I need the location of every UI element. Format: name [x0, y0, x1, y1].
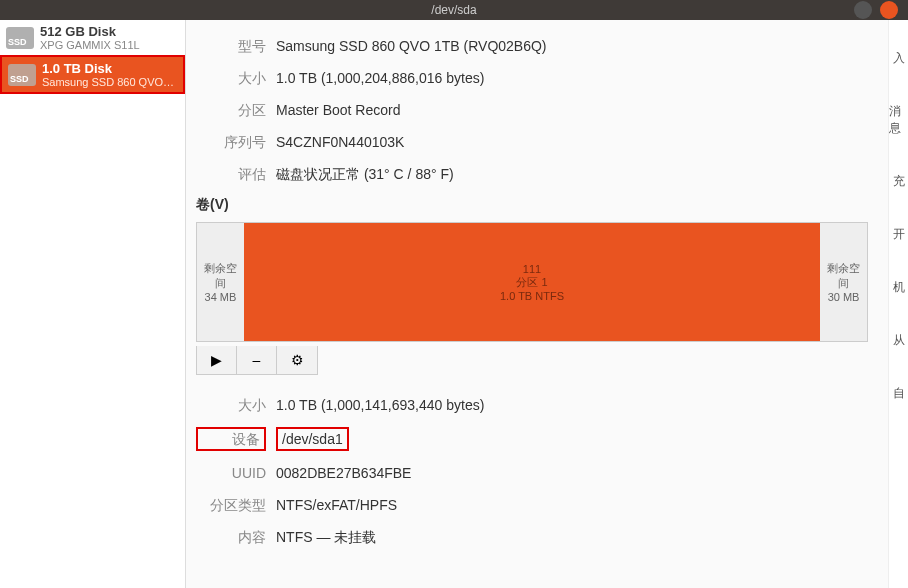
- disk-sidebar: SSD 512 GB Disk XPG GAMMIX S11L SSD 1.0 …: [0, 20, 186, 588]
- disk-subtitle: Samsung SSD 860 QVO 1TB: [42, 76, 177, 88]
- row-vol-content: 内容 NTFS — 未挂载: [196, 527, 868, 547]
- row-serial: 序列号 S4CZNF0N440103K: [196, 132, 868, 152]
- volume-segment-main[interactable]: 111 分区 1 1.0 TB NTFS: [244, 223, 820, 341]
- delete-minus-button[interactable]: –: [237, 346, 277, 374]
- row-size: 大小 1.0 TB (1,000,204,886,016 bytes): [196, 68, 868, 88]
- disk-item-1[interactable]: SSD 1.0 TB Disk Samsung SSD 860 QVO 1TB: [0, 55, 185, 94]
- right-strip: 入 消息 充 开 机 从 自: [888, 20, 908, 588]
- disk-title: 512 GB Disk: [40, 24, 140, 39]
- disk-title: 1.0 TB Disk: [42, 61, 177, 76]
- row-assessment: 评估 磁盘状况正常 (31° C / 88° F): [196, 164, 868, 184]
- row-vol-size: 大小 1.0 TB (1,000,141,693,440 bytes): [196, 395, 868, 415]
- ssd-icon: SSD: [8, 64, 36, 86]
- title-bar: /dev/sda: [0, 0, 908, 20]
- window-title: /dev/sda: [431, 3, 476, 17]
- volumes-heading: 卷(V): [196, 196, 868, 214]
- row-vol-ptype: 分区类型 NTFS/exFAT/HPFS: [196, 495, 868, 515]
- volume-segment-free-left[interactable]: 剩余空间 34 MB: [197, 223, 244, 341]
- row-partitioning: 分区 Master Boot Record: [196, 100, 868, 120]
- row-vol-uuid: UUID 0082DBE27B634FBE: [196, 463, 868, 483]
- options-gear-button[interactable]: ⚙: [277, 346, 317, 374]
- ssd-icon: SSD: [6, 27, 34, 49]
- device-path: /dev/sda1: [276, 427, 349, 451]
- volume-toolbar: ▶ – ⚙: [196, 346, 318, 375]
- close-button[interactable]: [880, 1, 898, 19]
- minimize-button[interactable]: [854, 1, 872, 19]
- volume-map[interactable]: 剩余空间 34 MB 111 分区 1 1.0 TB NTFS 剩余空间 30 …: [196, 222, 868, 342]
- row-model: 型号 Samsung SSD 860 QVO 1TB (RVQ02B6Q): [196, 36, 868, 56]
- volume-segment-free-right[interactable]: 剩余空间 30 MB: [820, 223, 867, 341]
- row-vol-device: 设备 /dev/sda1: [196, 427, 868, 451]
- disk-details: 型号 Samsung SSD 860 QVO 1TB (RVQ02B6Q) 大小…: [186, 20, 888, 588]
- gear-icon: ⚙: [291, 352, 304, 368]
- disk-subtitle: XPG GAMMIX S11L: [40, 39, 140, 51]
- disk-item-0[interactable]: SSD 512 GB Disk XPG GAMMIX S11L: [0, 20, 185, 55]
- mount-play-button[interactable]: ▶: [197, 346, 237, 374]
